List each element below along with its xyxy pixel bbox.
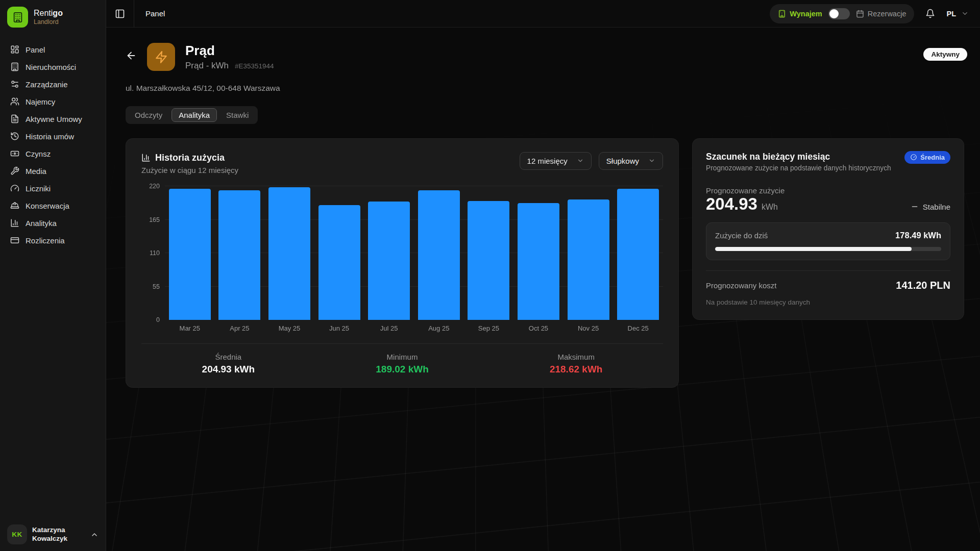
history-card-title: Historia zużycia [155, 152, 225, 164]
tab-bar: OdczytyAnalitykaStawki [126, 106, 258, 124]
brand-role: Landlord [34, 18, 63, 26]
sidebar-item-liczniki[interactable]: Liczniki [4, 180, 102, 196]
bar-dec-25[interactable] [617, 189, 659, 320]
usage-to-date-value: 178.49 kWh [895, 231, 941, 240]
chart-stats: Średnia204.93 kWhMinimum189.02 kWhMaksim… [141, 353, 663, 375]
brand-logo-building-icon [7, 7, 28, 28]
sidebar-item-media[interactable]: Media [4, 163, 102, 179]
chevron-down-icon [961, 10, 969, 17]
sidebar-item-zarzadzanie[interactable]: Zarządzanie [4, 76, 102, 92]
bar-nov-25[interactable] [568, 199, 609, 320]
usage-progress-fill [715, 247, 912, 251]
sidebar-nav: PanelNieruchomościZarządzanieNajemcyAkty… [0, 41, 106, 518]
sidebar-item-label: Czynsz [26, 149, 51, 158]
chart-type-select[interactable]: Słupkowy [599, 152, 663, 170]
stat-value: 218.62 kWh [489, 364, 663, 375]
hard-hat-icon [10, 201, 19, 210]
sidebar-item-czynsz[interactable]: Czynsz [4, 145, 102, 162]
x-tick-label: Aug 25 [414, 324, 464, 332]
history-card-subtitle: Zużycie w ciągu 12 miesięcy [141, 165, 238, 176]
x-tick-label: Nov 25 [564, 324, 614, 332]
sidebar: Rentigo Landlord PanelNieruchomościZarzą… [0, 0, 106, 551]
sidebar-item-konserwacja[interactable]: Konserwacja [4, 197, 102, 214]
history-icon [10, 132, 19, 141]
gauge-circle-icon [910, 154, 917, 161]
bar-mar-25[interactable] [169, 189, 211, 320]
mode-switcher: Wynajem Rezerwacje [770, 4, 914, 23]
estimate-card: Szacunek na bieżący miesiąc Prognozowane… [692, 138, 964, 320]
bar-chart-icon [10, 218, 19, 228]
forecast-unit: kWh [762, 203, 778, 212]
sidebar-item-rozliczenia[interactable]: Rozliczenia [4, 232, 102, 248]
user-menu[interactable]: KK Katarzyna Kowalczyk [0, 518, 106, 551]
sidebar-item-label: Konserwacja [26, 202, 69, 210]
estimate-title: Szacunek na bieżący miesiąc [706, 151, 891, 163]
sidebar-item-label: Panel [26, 45, 45, 54]
sidebar-item-nieruchomosci[interactable]: Nieruchomości [4, 59, 102, 75]
credit-card-icon [10, 236, 19, 245]
consumption-bar-chart: 055110165220 [141, 186, 663, 320]
x-tick-label: Jun 25 [314, 324, 364, 332]
y-tick-label: 110 [150, 249, 160, 257]
sidebar-toggle-icon[interactable] [106, 9, 134, 19]
bell-icon[interactable] [925, 9, 935, 18]
toggle-knob [829, 9, 839, 18]
usage-to-date-label: Zużycie do dziś [715, 231, 768, 240]
topbar-divider [134, 0, 134, 28]
forecast-value: 204.93 [706, 195, 757, 213]
banknote-icon [10, 149, 19, 158]
mode-toggle[interactable] [828, 8, 850, 19]
tab-stawki[interactable]: Stawki [219, 108, 256, 122]
sidebar-item-label: Najemcy [26, 97, 55, 106]
back-arrow-icon[interactable] [126, 50, 137, 61]
brand: Rentigo Landlord [0, 0, 106, 34]
bar-aug-25[interactable] [418, 190, 460, 320]
dashboard-icon [10, 45, 19, 54]
sidebar-item-label: Aktywne Umowy [26, 115, 82, 123]
history-card: Historia zużycia Zużycie w ciągu 12 mies… [126, 138, 679, 388]
minus-icon [911, 203, 919, 211]
language-selector[interactable]: PL [946, 10, 969, 18]
chevron-up-icon[interactable] [90, 531, 99, 539]
bar-jul-25[interactable] [368, 202, 410, 320]
meter-subtitle: Prąd - kWh [185, 61, 229, 71]
period-select[interactable]: 12 miesięcy [520, 152, 592, 170]
building-icon [10, 62, 19, 71]
brand-name: Rentigo [34, 9, 63, 18]
building-small-icon [778, 10, 786, 18]
mode-rent-button[interactable]: Wynajem [778, 10, 822, 18]
user-name: Katarzyna Kowalczyk [32, 526, 85, 543]
electricity-zap-icon [147, 43, 175, 71]
sidebar-item-historia-umow[interactable]: Historia umów [4, 128, 102, 144]
sidebar-item-aktywne-umowy[interactable]: Aktywne Umowy [4, 111, 102, 127]
cost-label: Prognozowany koszt [706, 281, 776, 290]
topbar: Panel Wynajem Rezerwacje [106, 0, 980, 28]
bar-apr-25[interactable] [218, 190, 260, 320]
sidebar-item-label: Rozliczenia [26, 236, 65, 245]
tab-analityka[interactable]: Analityka [172, 108, 217, 122]
sidebar-item-najemcy[interactable]: Najemcy [4, 93, 102, 110]
stat-maksimum: Maksimum218.62 kWh [489, 353, 663, 375]
sidebar-item-analityka[interactable]: Analityka [4, 215, 102, 231]
stat-label: Średnia [141, 353, 315, 361]
bar-sep-25[interactable] [468, 201, 509, 320]
bar-jun-25[interactable] [318, 205, 360, 320]
stat-label: Minimum [315, 353, 489, 361]
page-header: Prąd Prąd - kWh #E35351944 Aktywny [126, 43, 967, 71]
stat-srednia: Średnia204.93 kWh [141, 353, 315, 375]
bar-oct-25[interactable] [518, 203, 559, 320]
stat-value: 204.93 kWh [141, 364, 315, 375]
chart-x-axis: Mar 25Apr 25May 25Jun 25Jul 25Aug 25Sep … [141, 324, 663, 332]
chevron-down-icon [648, 157, 655, 164]
x-tick-label: Dec 25 [613, 324, 663, 332]
bar-may-25[interactable] [268, 187, 310, 320]
chart-plot-area [165, 186, 663, 320]
sidebar-item-panel[interactable]: Panel [4, 41, 102, 58]
trend-indicator: Stabilne [911, 203, 950, 211]
stat-minimum: Minimum189.02 kWh [315, 353, 489, 375]
mode-reservations-button[interactable]: Rezerwacje [856, 10, 906, 18]
sliders-icon [10, 80, 19, 89]
y-tick-label: 0 [156, 316, 160, 323]
tab-odczyty[interactable]: Odczyty [128, 108, 169, 122]
wrench-icon [10, 166, 19, 176]
